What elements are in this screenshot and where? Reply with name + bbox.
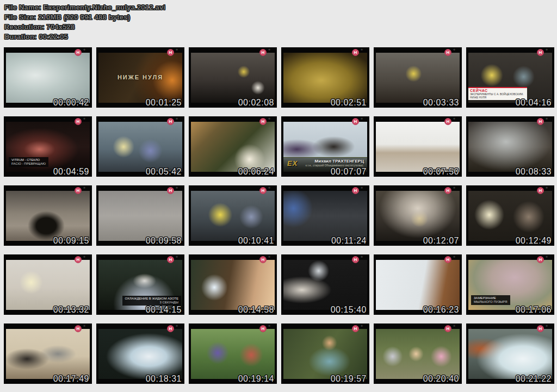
- timestamp: 00:02:08: [238, 98, 274, 108]
- timestamp: 00:12:49: [516, 236, 552, 246]
- tv-channel-logo-icon: Н +: [167, 187, 174, 194]
- timestamp: 00:17:06: [516, 305, 552, 315]
- timestamp: 00:17:49: [53, 374, 89, 384]
- channel-letter: Н: [262, 327, 265, 331]
- channel-letter: Н: [169, 258, 172, 262]
- video-frame-image: [283, 260, 367, 310]
- channel-letter: Н: [77, 189, 80, 193]
- video-thumbnail: Н + 00:11:24: [281, 185, 369, 246]
- channel-plus-mark: +: [83, 48, 85, 52]
- timestamp: 00:03:33: [423, 98, 459, 108]
- channel-letter: Н: [77, 120, 80, 124]
- channel-letter: Н: [447, 258, 450, 262]
- video-thumbnail: Н + 00:02:51: [281, 47, 369, 108]
- on-screen-caption: ЗАМЕРЗАНИЕМЫЛЬНОГО ПУЗЫРЯ: [471, 295, 510, 305]
- video-frame-image: [191, 53, 275, 103]
- video-frame-image: [468, 122, 552, 172]
- channel-plus-mark: +: [83, 255, 85, 259]
- channel-plus-mark: +: [176, 117, 178, 121]
- timestamp: 00:04:59: [53, 167, 89, 177]
- channel-plus-mark: +: [361, 255, 363, 259]
- channel-letter: Н: [262, 189, 265, 193]
- speaker-name: Михаил ТРАХТЕНГЕРЦ: [315, 159, 364, 164]
- video-thumbnail: Н + 00:12:49: [466, 185, 554, 246]
- channel-letter: Н: [262, 120, 265, 124]
- channel-plus-mark: +: [453, 255, 455, 259]
- timestamp: 00:14:15: [146, 305, 182, 315]
- video-thumbnail: Н + 00:02:08: [189, 47, 277, 108]
- video-thumbnail: Н + 00:18:31: [96, 323, 184, 384]
- video-thumbnail: ОХЛАЖДЕНИЕ В ЖИДКОМ АЗОТЕ3 СЕКУНДЫ Н + 0…: [96, 254, 184, 315]
- timestamp: 00:19:14: [238, 374, 274, 384]
- video-thumbnail: Н + 00:16:23: [374, 254, 462, 315]
- tv-channel-logo-icon: Н +: [75, 118, 82, 125]
- video-frame-image: [191, 329, 275, 379]
- video-frame-image: [376, 191, 460, 241]
- tv-channel-logo-icon: Н +: [444, 49, 451, 56]
- video-frame-image: [283, 191, 367, 241]
- video-thumbnail: НИЖЕ НУЛЯ Н + 00:01:25: [96, 47, 184, 108]
- channel-plus-mark: +: [546, 48, 548, 52]
- channel-plus-mark: +: [361, 48, 363, 52]
- video-frame-image: [6, 329, 90, 379]
- channel-letter: Н: [169, 120, 172, 124]
- channel-plus-mark: +: [268, 117, 270, 121]
- channel-plus-mark: +: [361, 186, 363, 190]
- channel-letter: Н: [169, 51, 172, 55]
- tv-channel-logo-icon: Н +: [259, 118, 267, 125]
- tv-channel-logo-icon: Н +: [352, 49, 359, 56]
- video-thumbnail: Н + 00:20:40: [374, 323, 462, 384]
- channel-plus-mark: +: [268, 186, 270, 190]
- video-thumbnail: VITRUM - СТЕКЛОFACIO - ПРЕВРАЩАЮ Н + 00:…: [4, 116, 92, 177]
- tv-channel-logo-icon: Н +: [537, 118, 544, 125]
- tv-channel-logo-icon: Н +: [352, 187, 359, 194]
- channel-letter: Н: [169, 327, 172, 331]
- tv-channel-logo-icon: Н +: [444, 118, 451, 125]
- timestamp: 00:18:31: [146, 374, 182, 384]
- channel-letter: Н: [169, 189, 172, 193]
- tv-channel-logo-icon: Н +: [352, 256, 359, 263]
- video-frame-image: [6, 191, 90, 241]
- timestamp: 00:20:40: [423, 374, 459, 384]
- video-frame-image: [6, 53, 90, 103]
- tv-channel-logo-icon: Н +: [352, 325, 359, 332]
- video-thumbnail: Н + 00:17:49: [4, 323, 92, 384]
- tv-channel-logo-icon: Н +: [444, 325, 451, 332]
- channel-plus-mark: +: [176, 255, 178, 259]
- timestamp: 00:13:32: [53, 305, 89, 315]
- tv-channel-logo-icon: Н +: [259, 49, 267, 56]
- video-frame-image: [98, 122, 182, 172]
- timestamp: 00:00:42: [53, 98, 89, 108]
- tv-channel-logo-icon: Н +: [259, 187, 267, 194]
- thumbnail-grid: Н + 00:00:42 НИЖЕ НУЛЯ Н + 00:01:25 Н + …: [0, 42, 557, 384]
- channel-letter: Н: [262, 51, 265, 55]
- channel-plus-mark: +: [176, 48, 178, 52]
- video-thumbnail: Н + 00:12:07: [374, 185, 462, 246]
- video-frame-image: [98, 191, 182, 241]
- video-thumbnail: Н + 00:09:15: [4, 185, 92, 246]
- channel-letter: Н: [354, 189, 357, 193]
- channel-plus-mark: +: [546, 117, 548, 121]
- channel-plus-mark: +: [546, 186, 548, 190]
- tv-channel-logo-icon: Н +: [75, 49, 82, 56]
- video-frame-image: [283, 53, 367, 103]
- timestamp: 00:01:25: [146, 98, 182, 108]
- video-frame-image: [376, 53, 460, 103]
- video-frame-image: [376, 122, 460, 172]
- timestamp: 00:07:07: [331, 167, 367, 177]
- video-frame-image: СЕЙЧАСЭКСПЕРИМЕНТЫ С А. ВОЙЦЕХОВСКИМ.НИЖ…: [468, 53, 552, 103]
- duration-line: Duration: 00:22:05: [4, 32, 557, 42]
- video-frame-image: VITRUM - СТЕКЛОFACIO - ПРЕВРАЩАЮ: [6, 122, 90, 172]
- video-thumbnail: Н + 00:09:58: [96, 185, 184, 246]
- video-frame-image: [283, 329, 367, 379]
- channel-plus-mark: +: [453, 48, 455, 52]
- channel-letter: Н: [354, 258, 357, 262]
- tv-channel-logo-icon: Н +: [537, 187, 544, 194]
- timestamp: 00:05:42: [146, 167, 182, 177]
- resolution-line: Resolution: 704x528: [4, 22, 557, 32]
- video-frame-image: [98, 329, 182, 379]
- video-frame-image: EXМихаил ТРАХТЕНГЕРЦк.т.н., старший Объе…: [283, 122, 367, 172]
- channel-letter: Н: [354, 120, 357, 124]
- tv-channel-logo-icon: Н +: [259, 325, 267, 332]
- channel-plus-mark: +: [176, 324, 178, 328]
